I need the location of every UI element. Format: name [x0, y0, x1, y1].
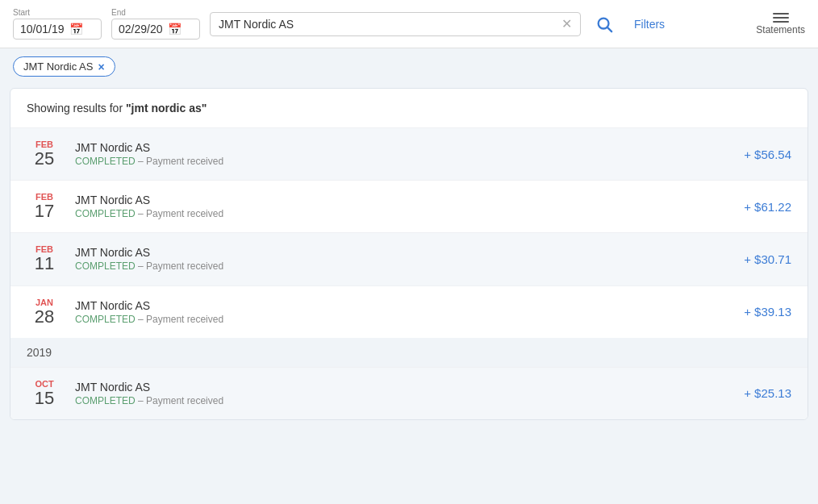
- txn-month: OCT: [35, 379, 53, 389]
- txn-description: Payment received: [146, 208, 223, 219]
- txn-amount: + $61.22: [719, 200, 791, 214]
- txn-day: 25: [35, 149, 54, 169]
- txn-status-sep: –: [138, 260, 146, 272]
- txn-name: JMT Nordic AS: [75, 381, 719, 394]
- txn-month: JAN: [35, 298, 53, 307]
- txn-details: JMT Nordic AS COMPLETED – Payment receiv…: [75, 381, 719, 406]
- year-separator: 2019: [10, 338, 808, 367]
- txn-name: JMT Nordic AS: [75, 299, 719, 312]
- txn-status-word: COMPLETED: [75, 208, 136, 219]
- active-filter-tag: JMT Nordic AS ×: [13, 56, 115, 77]
- transactions-list: FEB 25 JMT Nordic AS COMPLETED – Payment…: [10, 127, 808, 338]
- date-col: FEB 25: [27, 140, 62, 169]
- svg-line-1: [607, 27, 611, 31]
- toolbar: Start 10/01/19 📅 End 02/29/20 📅 ✕ Filter…: [0, 0, 818, 48]
- txn-details: JMT Nordic AS COMPLETED – Payment receiv…: [75, 299, 719, 325]
- end-label: End: [111, 8, 126, 17]
- txn-day: 17: [35, 202, 54, 221]
- hamburger-icon: [773, 13, 789, 23]
- txn-status: COMPLETED – Payment received: [75, 156, 719, 167]
- txn-day: 11: [35, 254, 54, 273]
- statements-button[interactable]: Statements: [756, 13, 805, 35]
- txn-day: 15: [35, 389, 54, 408]
- date-col: FEB 11: [27, 244, 62, 273]
- txn-amount: + $25.13: [719, 386, 791, 400]
- txn-description: Payment received: [146, 156, 223, 167]
- results-title-prefix: Showing results for: [27, 102, 126, 115]
- filter-tags-bar: JMT Nordic AS ×: [0, 48, 818, 85]
- txn-name: JMT Nordic AS: [75, 246, 719, 259]
- txn-status: COMPLETED – Payment received: [75, 260, 719, 272]
- txn-status-sep: –: [138, 156, 146, 167]
- search-input[interactable]: [219, 18, 555, 31]
- start-calendar-icon[interactable]: 📅: [69, 23, 83, 35]
- txn-status: COMPLETED – Payment received: [75, 395, 719, 406]
- filter-tag-remove[interactable]: ×: [98, 61, 104, 73]
- txn-description: Payment received: [146, 314, 223, 325]
- transaction-row[interactable]: JAN 28 JMT Nordic AS COMPLETED – Payment…: [10, 285, 808, 338]
- txn-day: 28: [35, 307, 54, 327]
- txn-status: COMPLETED – Payment received: [75, 208, 719, 219]
- txn-status-word: COMPLETED: [75, 260, 136, 272]
- results-container: Showing results for "jmt nordic as" FEB …: [10, 88, 808, 420]
- date-col: OCT 15: [27, 379, 62, 408]
- txn-details: JMT Nordic AS COMPLETED – Payment receiv…: [75, 194, 719, 219]
- txn-amount: + $30.71: [719, 252, 791, 266]
- search-button[interactable]: [591, 12, 618, 36]
- end-date-input[interactable]: 02/29/20 📅: [111, 19, 200, 40]
- txn-status-word: COMPLETED: [75, 156, 136, 167]
- transaction-row[interactable]: OCT 15 JMT Nordic AS COMPLETED – Payment…: [10, 367, 808, 419]
- txn-status: COMPLETED – Payment received: [75, 314, 719, 325]
- txn-amount: + $56.54: [719, 148, 791, 161]
- txn-name: JMT Nordic AS: [75, 141, 719, 154]
- filter-tag-label: JMT Nordic AS: [23, 60, 93, 73]
- start-date-field: Start 10/01/19 📅: [13, 8, 102, 40]
- txn-details: JMT Nordic AS COMPLETED – Payment receiv…: [75, 141, 719, 167]
- filters-button[interactable]: Filters: [628, 15, 671, 34]
- txn-description: Payment received: [146, 395, 223, 406]
- txn-status-word: COMPLETED: [75, 395, 136, 406]
- transaction-row[interactable]: FEB 17 JMT Nordic AS COMPLETED – Payment…: [10, 180, 808, 232]
- txn-details: JMT Nordic AS COMPLETED – Payment receiv…: [75, 246, 719, 272]
- end-calendar-icon[interactable]: 📅: [168, 23, 182, 35]
- search-wrapper: ✕: [210, 12, 581, 36]
- older-transactions-list: OCT 15 JMT Nordic AS COMPLETED – Payment…: [10, 367, 808, 419]
- start-date-value: 10/01/19: [20, 23, 65, 35]
- txn-status-sep: –: [138, 208, 146, 219]
- results-query: "jmt nordic as": [126, 102, 207, 115]
- txn-description: Payment received: [146, 260, 223, 272]
- txn-name: JMT Nordic AS: [75, 194, 719, 206]
- start-label: Start: [13, 8, 30, 17]
- txn-status-sep: –: [138, 395, 146, 406]
- date-col: FEB 17: [27, 192, 62, 221]
- statements-label: Statements: [756, 24, 805, 35]
- clear-icon[interactable]: ✕: [561, 18, 572, 31]
- end-date-field: End 02/29/20 📅: [111, 8, 200, 40]
- results-title: Showing results for "jmt nordic as": [10, 102, 808, 127]
- txn-amount: + $39.13: [719, 305, 791, 319]
- txn-status-sep: –: [138, 314, 146, 325]
- transaction-row[interactable]: FEB 11 JMT Nordic AS COMPLETED – Payment…: [10, 232, 808, 285]
- end-date-value: 02/29/20: [119, 23, 163, 35]
- date-col: JAN 28: [27, 298, 62, 327]
- transaction-row[interactable]: FEB 25 JMT Nordic AS COMPLETED – Payment…: [10, 127, 808, 180]
- start-date-input[interactable]: 10/01/19 📅: [13, 19, 102, 40]
- txn-status-word: COMPLETED: [75, 314, 136, 325]
